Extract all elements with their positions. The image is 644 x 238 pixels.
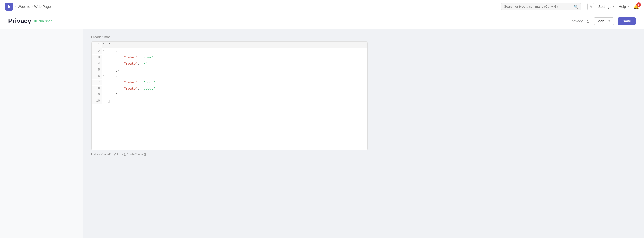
code-line-10: 10 ] [92,98,367,104]
avatar[interactable]: A [587,3,594,10]
line-num-10: 10 [92,98,102,104]
code-line-8: 8 "route": "about" [92,86,367,92]
code-line-9: 9 } [92,92,367,98]
code-content[interactable]: 1 ▾ [ 2 ▾ { 3 "label": "Home", [91,42,368,150]
line-content-8: "route": "about" [106,86,367,92]
left-sidebar [0,29,83,238]
code-line-3: 3 "label": "Home", [92,55,367,61]
settings-chevron-icon: ▼ [612,5,615,8]
search-input[interactable] [504,5,572,8]
line-content-6: { [106,73,367,80]
editor-footer-hint: List as [{"label": _("Jobs"), "route":"j… [91,153,636,156]
main-content: Breadcrumbs 1 ▾ [ 2 ▾ { 3 [0,29,644,238]
breadcrumb-sep-2: › [32,5,33,8]
line-num-6: 6 [92,73,102,79]
line-content-7: "label": "About", [106,80,367,86]
line-content-10: ] [106,98,367,104]
code-empty-space [92,104,367,150]
page-title: Privacy [8,17,31,25]
code-line-1: 1 ▾ [ [92,42,367,48]
settings-link[interactable]: Settings ▼ [598,5,615,9]
page-header: Privacy Published privacy 🖨 Menu ▼ Save [0,13,644,29]
line-content-1: [ [106,42,367,48]
notifications-wrapper: 🔔 3 [633,4,639,9]
line-arrow-1: ▾ [102,42,106,46]
help-chevron-icon: ▼ [627,5,629,8]
code-line-6: 6 ▾ { [92,73,367,80]
status-badge: Published [34,19,52,23]
code-line-4: 4 "route": "/" [92,61,367,67]
nav-right-area: A Settings ▼ Help ▼ 🔔 3 [587,3,639,10]
line-content-5: }, [106,67,367,73]
top-navigation: E › Website › Web Page 🔍 A Settings ▼ He… [0,0,644,13]
menu-button[interactable]: Menu ▼ [594,17,614,25]
status-dot [34,20,37,22]
breadcrumb-navigation: › Website › Web Page [15,5,51,9]
line-num-1: 1 [92,42,102,48]
editor-section-label: Breadcrumbs [91,35,636,39]
print-icon[interactable]: 🖨 [586,19,590,23]
line-num-4: 4 [92,61,102,67]
line-content-9: } [106,92,367,98]
line-num-8: 8 [92,86,102,92]
code-line-2: 2 ▾ { [92,48,367,55]
line-num-7: 7 [92,80,102,85]
header-actions: privacy 🖨 Menu ▼ Save [572,17,636,25]
status-label: Published [38,19,52,23]
search-bar[interactable]: 🔍 [501,3,581,10]
code-line-5: 5 }, [92,67,367,73]
menu-chevron-icon: ▼ [608,20,610,22]
line-arrow-2: ▾ [102,48,106,52]
code-editor[interactable]: 1 ▾ [ 2 ▾ { 3 "label": "Home", [91,41,368,150]
line-arrow-6: ▾ [102,73,106,77]
line-num-2: 2 [92,48,102,54]
breadcrumb-webpage[interactable]: Web Page [34,5,51,9]
line-num-9: 9 [92,92,102,98]
save-button[interactable]: Save [618,17,636,25]
notification-badge: 3 [636,2,641,7]
search-icon: 🔍 [574,5,578,9]
breadcrumb-sep-1: › [15,5,16,8]
line-content-4: "route": "/" [106,61,367,67]
line-num-5: 5 [92,67,102,73]
page-slug: privacy [572,19,583,23]
code-line-7: 7 "label": "About", [92,80,367,86]
app-icon[interactable]: E [5,3,13,11]
editor-area: Breadcrumbs 1 ▾ [ 2 ▾ { 3 [83,29,644,238]
line-num-3: 3 [92,55,102,61]
line-content-3: "label": "Home", [106,55,367,61]
help-link[interactable]: Help ▼ [619,5,629,9]
breadcrumb-website[interactable]: Website [18,5,30,9]
line-content-2: { [106,48,367,55]
